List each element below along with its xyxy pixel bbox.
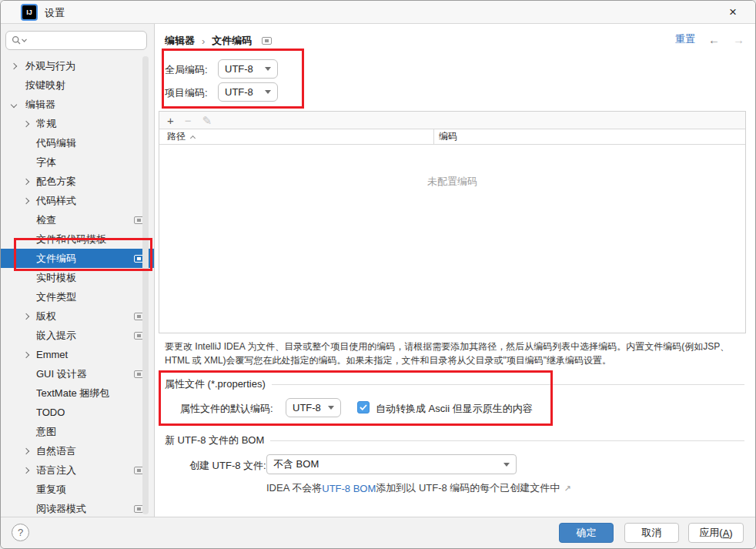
- transparent-ascii-checkbox[interactable]: [357, 401, 370, 413]
- window-title: 设置: [45, 6, 65, 20]
- breadcrumb-separator-icon: ›: [202, 35, 205, 47]
- add-button[interactable]: +: [167, 115, 174, 126]
- sidebar-item[interactable]: 代码样式: [1, 191, 154, 210]
- search-input[interactable]: [30, 35, 141, 46]
- sidebar-item-label: 代码编辑: [36, 136, 76, 150]
- sidebar-item[interactable]: 语言注入: [1, 460, 154, 480]
- sidebar-item[interactable]: 常规: [1, 114, 154, 133]
- hint-suffix: 添加到以 UTF-8 编码的每个已创建文件中: [376, 481, 560, 495]
- sidebar-item-label: 外观与行为: [25, 59, 75, 73]
- column-header-encoding[interactable]: 编码: [433, 130, 457, 143]
- properties-section-title: 属性文件 (*.properties): [165, 377, 266, 391]
- intellij-logo-icon: IJ: [22, 5, 36, 19]
- default-encoding-dropdown[interactable]: UTF-8: [286, 398, 341, 417]
- back-arrow-icon[interactable]: ←: [708, 34, 720, 45]
- sidebar-item[interactable]: 检查: [1, 210, 154, 229]
- sidebar-item-label: 阅读器模式: [36, 502, 86, 516]
- close-button[interactable]: ×: [724, 4, 741, 21]
- sidebar-item[interactable]: 外观与行为: [1, 56, 154, 75]
- forward-arrow-icon[interactable]: →: [733, 34, 744, 45]
- utf8-bom-link[interactable]: UTF-8 BOM: [322, 483, 376, 494]
- chevron-right-icon[interactable]: [11, 62, 17, 69]
- sidebar-item[interactable]: 按键映射: [1, 75, 154, 95]
- ok-button[interactable]: 确定: [559, 523, 614, 543]
- sidebar-item-label: 配色方案: [36, 175, 76, 189]
- table-empty-text: 未配置编码: [159, 175, 745, 189]
- main-panel: 编辑器 › 文件编码 重置 ← → 全局编码: UTF-8 项目编码: UTF-…: [156, 24, 755, 518]
- chevron-right-icon[interactable]: [23, 467, 29, 473]
- chevron-right-icon[interactable]: [23, 447, 29, 454]
- sidebar-item-label: GUI 设计器: [36, 367, 87, 381]
- reset-link[interactable]: 重置: [675, 32, 695, 46]
- sidebar-item[interactable]: TODO: [1, 403, 154, 422]
- sidebar-item[interactable]: 重复项: [1, 480, 154, 499]
- sidebar-item[interactable]: Emmet: [1, 345, 154, 364]
- sidebar-item[interactable]: GUI 设计器: [1, 364, 154, 383]
- sidebar-tree: 外观与行为按键映射编辑器常规代码编辑字体配色方案代码样式检查文件和代码模板文件编…: [1, 56, 154, 518]
- sidebar-item-label: 嵌入提示: [36, 329, 76, 343]
- transparent-ascii-checkbox-label[interactable]: 自动转换成 Ascii 但显示原生的内容: [376, 402, 533, 416]
- sidebar-item[interactable]: 意图: [1, 422, 154, 441]
- top-navigation: 重置 ← →: [675, 32, 744, 46]
- chevron-right-icon[interactable]: [23, 313, 29, 319]
- sidebar-item-label: 自然语言: [36, 444, 76, 458]
- bom-dropdown[interactable]: 不含 BOM: [266, 454, 517, 474]
- edit-pencil-button[interactable]: ✎: [202, 115, 212, 126]
- sidebar-item[interactable]: 配色方案: [1, 172, 154, 191]
- chevron-right-icon[interactable]: [23, 197, 29, 203]
- sidebar-item[interactable]: 版权: [1, 306, 154, 326]
- global-encoding-dropdown[interactable]: UTF-8: [218, 59, 278, 79]
- sidebar-item-label: 文件编码: [36, 252, 76, 266]
- project-encoding-dropdown[interactable]: UTF-8: [218, 82, 278, 102]
- sidebar-item-label: 字体: [36, 156, 56, 169]
- sidebar-item[interactable]: 文件编码: [1, 249, 154, 268]
- sidebar-item[interactable]: 实时模板: [1, 268, 154, 287]
- sidebar-item[interactable]: 编辑器: [1, 95, 154, 114]
- sidebar-item-label: 按键映射: [25, 79, 65, 92]
- apply-label-suffix: ): [729, 527, 732, 539]
- sidebar-item[interactable]: 嵌入提示: [1, 326, 154, 345]
- apply-mnemonic: A: [723, 527, 730, 539]
- path-encoding-table: + − ✎ 路径 编码 未配置编码: [159, 111, 746, 333]
- sidebar-item[interactable]: 文件类型: [1, 287, 154, 306]
- sidebar-scrollbar[interactable]: [142, 56, 149, 514]
- sidebar-item[interactable]: 字体: [1, 152, 154, 172]
- sort-ascending-icon: [190, 135, 196, 140]
- sidebar-item[interactable]: 阅读器模式: [1, 499, 154, 518]
- sidebar-item[interactable]: 文件和代码模板: [1, 229, 154, 249]
- description-text: 要更改 IntelliJ IDEA 为文件、目录或整个项目使用的编码，请根据需要…: [165, 340, 747, 367]
- apply-label-prefix: 应用(: [699, 526, 722, 540]
- combo-arrow-icon: [265, 67, 271, 71]
- title-bar: IJ 设置 ×: [1, 1, 755, 24]
- column-header-path[interactable]: 路径: [159, 130, 433, 143]
- search-box[interactable]: [5, 31, 147, 50]
- table-header: 路径 编码: [159, 129, 745, 145]
- breadcrumb: 编辑器 › 文件编码: [165, 34, 272, 48]
- chevron-right-icon[interactable]: [23, 351, 29, 357]
- checkmark-icon: [360, 404, 367, 410]
- chevron-right-icon[interactable]: [23, 178, 29, 184]
- sidebar-item[interactable]: 代码编辑: [1, 133, 154, 152]
- column-divider[interactable]: [433, 129, 434, 144]
- sidebar-item-label: 意图: [36, 425, 56, 439]
- breadcrumb-editor[interactable]: 编辑器: [165, 34, 195, 48]
- apply-button[interactable]: 应用(A): [688, 523, 744, 543]
- help-button[interactable]: ?: [12, 524, 29, 541]
- settings-dialog: IJ 设置 × 外观与行为按键映射编辑器常规代码编辑字体配色方案代码样式检查文件…: [0, 0, 756, 549]
- sidebar-item-label: 重复项: [36, 483, 66, 497]
- sidebar-item[interactable]: TextMate 捆绑包: [1, 383, 154, 403]
- combo-arrow-icon: [503, 463, 510, 467]
- question-icon: ?: [18, 527, 23, 538]
- column-path-label: 路径: [167, 130, 186, 143]
- combo-arrow-icon: [328, 406, 334, 410]
- remove-button[interactable]: −: [185, 115, 192, 126]
- project-encoding-label: 项目编码:: [165, 86, 208, 100]
- sidebar-item[interactable]: 自然语言: [1, 441, 154, 460]
- chevron-down-icon[interactable]: [11, 101, 17, 107]
- sidebar-item-label: TODO: [36, 407, 65, 418]
- search-options-chevron-icon: [22, 38, 27, 42]
- cancel-button[interactable]: 取消: [624, 523, 679, 543]
- properties-section-header: 属性文件 (*.properties): [165, 377, 744, 391]
- chevron-right-icon[interactable]: [23, 120, 29, 126]
- combo-arrow-icon: [265, 90, 271, 94]
